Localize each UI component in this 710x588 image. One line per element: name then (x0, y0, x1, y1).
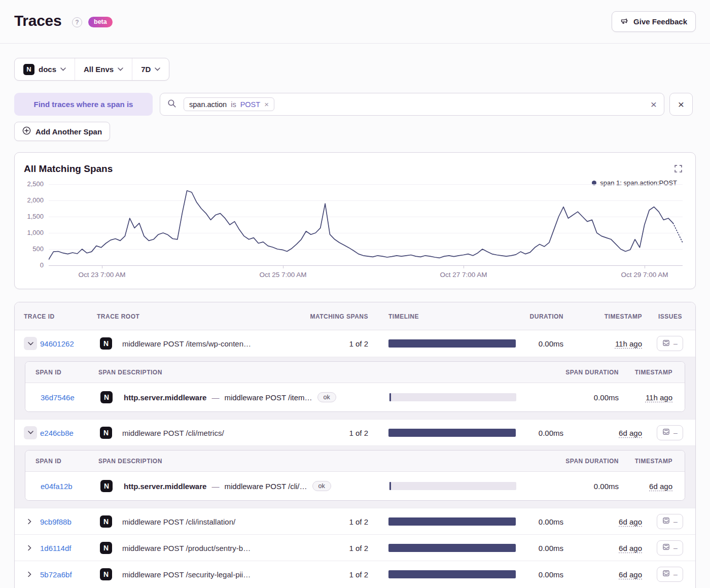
span-description-label: middleware POST /item… (224, 393, 312, 402)
span-table: SPAN IDSPAN DESCRIPTIONSPAN DURATIONTIME… (25, 361, 685, 412)
span-op-label: http.server.middleware (124, 482, 206, 491)
trace-root-label: middleware POST /security-legal-pii… (122, 570, 251, 578)
trace-root-label: middleware POST /items/wp-conten… (122, 339, 251, 348)
issues-button[interactable]: – (657, 540, 683, 556)
x-axis-tick (283, 265, 283, 268)
span-search-input[interactable]: span.action is POST × × (160, 93, 664, 116)
x-axis-label: Oct 23 7:00 AM (64, 271, 140, 279)
chevron-right-icon[interactable] (27, 520, 32, 523)
daterange-filter[interactable]: 7D (132, 58, 169, 80)
project-filter[interactable]: N docs (15, 58, 75, 80)
issues-icon (662, 339, 670, 348)
column-header-span-timestamp: TIMESTAMP (619, 458, 672, 465)
column-header-span-id: SPAN ID (36, 458, 61, 465)
x-axis-tick (102, 265, 102, 268)
search-filter-token[interactable]: span.action is POST × (184, 97, 274, 111)
issues-icon (662, 428, 670, 437)
issues-count: – (673, 570, 678, 578)
matching-spans-count: 1 of 2 (299, 428, 368, 437)
trace-table-row[interactable]: 5b72a6bfNmiddleware POST /security-legal… (15, 561, 695, 587)
spans-line-chart[interactable] (49, 184, 683, 265)
traces-table-body: 94601262Nmiddleware POST /items/wp-conte… (15, 330, 695, 587)
column-header-span-description: SPAN DESCRIPTION (98, 458, 162, 465)
x-axis-label: Oct 25 7:00 AM (245, 271, 321, 279)
nextjs-logo-icon: N (100, 568, 112, 580)
span-timeline-bar (389, 393, 516, 401)
fullscreen-icon[interactable] (674, 165, 682, 175)
column-header-duration: DURATION (496, 313, 563, 320)
issues-icon (662, 517, 670, 526)
traces-table: TRACE ID TRACE ROOT MATCHING SPANS TIMEL… (14, 302, 696, 588)
span-id-link[interactable]: 36d7546e (41, 393, 75, 402)
nextjs-logo-icon: N (100, 337, 112, 350)
help-icon[interactable]: ? (72, 17, 82, 27)
give-feedback-button[interactable]: Give Feedback (612, 11, 696, 32)
column-header-trace-root: TRACE ROOT (97, 313, 139, 320)
token-remove-icon[interactable]: × (264, 100, 269, 109)
add-another-span-button[interactable]: Add Another Span (14, 122, 110, 141)
span-status-badge: ok (317, 392, 336, 402)
page-title: Traces (14, 12, 61, 29)
span-op-label: http.server.middleware (124, 393, 206, 402)
span-description: http.server.middleware—middleware POST /… (124, 481, 331, 491)
trace-table-row[interactable]: 94601262Nmiddleware POST /items/wp-conte… (15, 330, 695, 357)
trace-id-link[interactable]: 94601262 (40, 339, 74, 348)
duration-value: 0.00ms (496, 517, 563, 526)
duration-value: 0.00ms (496, 570, 563, 578)
duration-value: 0.00ms (496, 339, 563, 348)
issues-button[interactable]: – (657, 514, 683, 529)
issues-button[interactable]: – (657, 567, 683, 582)
token-value[interactable]: POST (240, 100, 260, 109)
span-description: http.server.middleware—middleware POST /… (124, 392, 336, 402)
chevron-down-icon (60, 67, 66, 71)
environment-filter[interactable]: All Envs (75, 58, 132, 80)
y-axis-label: 1,500 (20, 213, 44, 220)
trace-id-link[interactable]: 1d6114df (40, 543, 71, 552)
search-icon (167, 99, 176, 110)
trace-id-link[interactable]: e246cb8e (40, 428, 74, 437)
token-key: span.action (189, 100, 227, 109)
issues-button[interactable]: – (657, 425, 683, 440)
chart-title: All Matching Spans (24, 163, 113, 175)
span-table-row[interactable]: e04fa12bNhttp.server.middleware—middlewa… (25, 472, 685, 500)
nextjs-logo-icon: N (23, 64, 34, 75)
matching-spans-count: 1 of 2 (299, 339, 368, 348)
chevron-down-icon[interactable] (24, 337, 37, 350)
x-axis-label: Oct 29 7:00 AM (607, 271, 683, 279)
traces-table-header: TRACE ID TRACE ROOT MATCHING SPANS TIMEL… (15, 302, 695, 330)
trace-id-link[interactable]: 9cb9f88b (40, 517, 72, 526)
column-header-trace-id: TRACE ID (24, 313, 55, 320)
chevron-right-icon[interactable] (27, 546, 32, 549)
chevron-down-icon[interactable] (24, 426, 37, 439)
y-axis-label: 1,000 (20, 229, 44, 236)
span-timeline-tick (389, 393, 391, 401)
trace-table-row[interactable]: 1d6114dfNmiddleware POST /product/sentry… (15, 534, 695, 561)
megaphone-icon (620, 17, 629, 26)
nextjs-logo-icon: N (100, 391, 113, 403)
plus-circle-icon (22, 126, 31, 136)
y-axis-label: 2,000 (20, 196, 44, 204)
clear-search-icon[interactable]: × (651, 99, 657, 110)
issues-button[interactable]: – (657, 336, 683, 351)
span-id-link[interactable]: e04fa12b (41, 482, 73, 491)
chevron-right-icon[interactable] (27, 572, 32, 576)
matching-spans-count: 1 of 2 (299, 570, 368, 578)
trace-table-row[interactable]: 9cb9f88bNmiddleware POST /cli/installati… (15, 508, 695, 534)
span-timestamp-value: 6d ago (619, 482, 672, 491)
column-header-span-duration: SPAN DURATION (553, 458, 619, 465)
remove-span-filter-button[interactable]: × (669, 93, 693, 116)
project-filter-label: docs (39, 65, 56, 74)
timestamp-value: 6d ago (583, 428, 642, 437)
trace-id-link[interactable]: 5b72a6bf (40, 570, 72, 578)
trace-table-row[interactable]: e246cb8eNmiddleware POST /cli/metrics/1 … (15, 419, 695, 445)
column-header-span-description: SPAN DESCRIPTION (98, 369, 162, 376)
span-table-row[interactable]: 36d7546eNhttp.server.middleware—middlewa… (25, 383, 685, 411)
token-operator[interactable]: is (231, 100, 236, 109)
span-timeline-tick (389, 482, 391, 490)
timestamp-value: 11h ago (583, 339, 642, 348)
separator: — (211, 393, 219, 402)
y-axis-label: 500 (20, 245, 44, 253)
issues-icon (662, 570, 670, 578)
environment-filter-label: All Envs (84, 65, 114, 74)
column-header-span-id: SPAN ID (36, 369, 61, 376)
